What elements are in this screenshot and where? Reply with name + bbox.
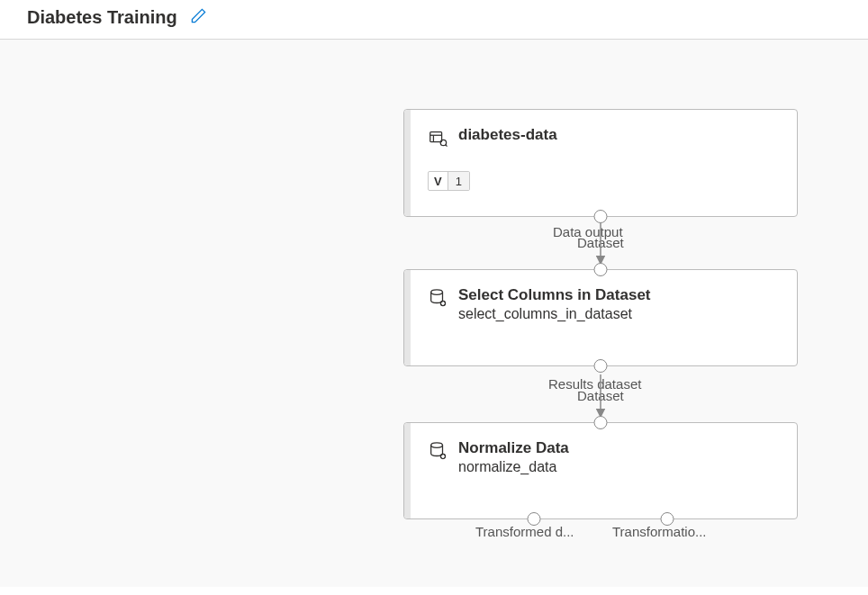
pipeline-canvas[interactable]: diabetes-data V 1 Data output Dataset bbox=[0, 40, 868, 587]
input-port[interactable] bbox=[594, 416, 608, 429]
node-title: Select Columns in Dataset bbox=[458, 286, 651, 304]
edit-icon[interactable] bbox=[190, 7, 207, 28]
header-bar: Diabetes Training bbox=[0, 0, 868, 40]
svg-rect-0 bbox=[430, 132, 442, 142]
node-diabetes-data[interactable]: diabetes-data V 1 bbox=[403, 109, 798, 217]
svg-point-1 bbox=[440, 140, 446, 145]
port-label-output-left: Transformed d... bbox=[475, 524, 574, 539]
output-port[interactable] bbox=[594, 359, 608, 373]
node-title: diabetes-data bbox=[458, 126, 557, 144]
port-label-output-right: Transformatio... bbox=[612, 524, 706, 539]
input-port[interactable] bbox=[594, 263, 608, 276]
output-port[interactable] bbox=[594, 210, 608, 223]
node-subtitle: normalize_data bbox=[458, 459, 569, 475]
node-subtitle: select_columns_in_dataset bbox=[458, 306, 651, 322]
module-icon bbox=[428, 441, 448, 464]
module-icon bbox=[428, 288, 448, 311]
node-title: Normalize Data bbox=[458, 439, 569, 457]
dataset-icon bbox=[428, 128, 448, 151]
svg-point-4 bbox=[431, 290, 443, 295]
page-title: Diabetes Training bbox=[27, 7, 177, 28]
node-normalize-data[interactable]: Normalize Data normalize_data bbox=[403, 422, 798, 519]
version-value: 1 bbox=[448, 172, 469, 190]
svg-point-8 bbox=[431, 443, 443, 448]
node-select-columns[interactable]: Select Columns in Dataset select_columns… bbox=[403, 269, 798, 366]
version-badge[interactable]: V 1 bbox=[428, 171, 470, 191]
port-label-input: Dataset bbox=[577, 235, 624, 250]
version-label: V bbox=[429, 175, 448, 188]
port-label-input: Dataset bbox=[577, 388, 624, 403]
